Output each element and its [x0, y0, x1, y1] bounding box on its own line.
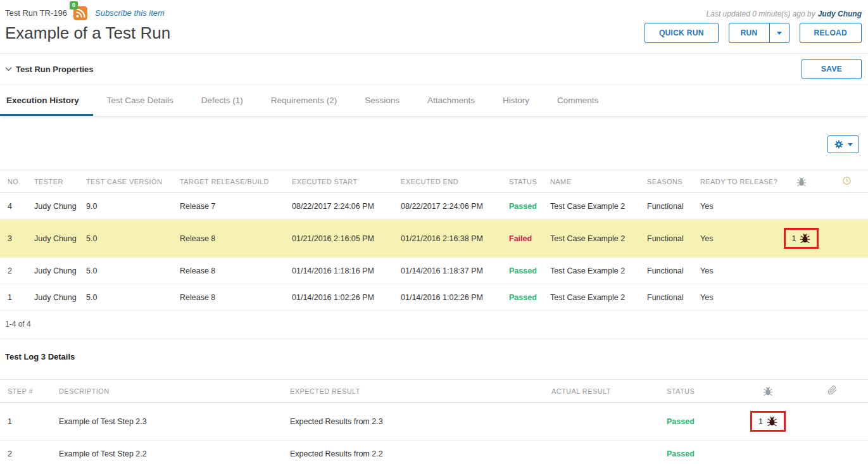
tab-test-case-details[interactable]: Test Case Details — [93, 85, 187, 116]
rss-feed-icon[interactable]: 0 — [73, 6, 87, 20]
col-ready-to-release[interactable]: READY TO RELEASE? — [695, 170, 777, 193]
cell-name: Test Case Example 2 — [545, 193, 642, 220]
bug-icon[interactable] — [800, 233, 810, 244]
feed-count-badge: 0 — [70, 1, 78, 9]
table-settings-button[interactable] — [827, 135, 859, 153]
cell-start: 01/14/2016 1:18:16 PM — [287, 258, 396, 284]
execution-row[interactable]: 4 Judy Chung 9.0 Release 7 08/22/2017 2:… — [0, 193, 868, 220]
col-executed-start[interactable]: EXECUTED START — [287, 170, 396, 193]
cell-elapsed — [825, 220, 868, 258]
cell-description: Example of Test Step 2.3 — [54, 403, 285, 441]
last-updated-prefix: Last updated 0 minute(s) ago by — [707, 9, 815, 18]
test-log-table: STEP # DESCRIPTION EXPECTED RESULT ACTUA… — [0, 379, 868, 464]
defect-highlight-annotation: 1 — [784, 228, 819, 249]
tab-comments[interactable]: Comments — [543, 85, 612, 116]
cell-ready: Yes — [695, 258, 777, 284]
page-title: Example of a Test Run — [5, 23, 170, 43]
cell-version: 5.0 — [81, 220, 175, 258]
test-log-title: Test Log 3 Details — [0, 339, 868, 379]
execution-row-selected[interactable]: 3 Judy Chung 5.0 Release 8 01/21/2016 2:… — [0, 220, 868, 258]
test-run-properties-bar: Test Run Properties SAVE — [0, 53, 868, 84]
cell-version: 5.0 — [81, 258, 175, 284]
cell-actual — [546, 441, 662, 464]
col-seasons[interactable]: SEASONS — [642, 170, 695, 193]
test-log-row[interactable]: 2 Example of Test Step 2.2 Expected Resu… — [0, 441, 868, 464]
defect-highlight-annotation: 1 — [750, 411, 786, 432]
quick-run-button[interactable]: QUICK RUN — [645, 23, 719, 43]
tab-defects[interactable]: Defects (1) — [187, 85, 257, 116]
tab-execution-history[interactable]: Execution History — [0, 85, 93, 116]
cell-description: Example of Test Step 2.2 — [54, 441, 285, 464]
properties-section-toggle[interactable]: Test Run Properties — [5, 65, 94, 74]
cell-defects — [739, 441, 796, 464]
status-badge: Passed — [667, 449, 695, 458]
save-button[interactable]: SAVE — [802, 59, 862, 79]
cell-version: 5.0 — [81, 284, 175, 311]
cell-ready: Yes — [695, 193, 777, 220]
col-no[interactable]: NO. — [0, 170, 29, 193]
col-defects[interactable] — [739, 380, 796, 403]
status-badge: Passed — [509, 202, 537, 211]
cell-release: Release 8 — [175, 220, 287, 258]
cell-expected: Expected Results from 2.3 — [285, 403, 546, 441]
cell-elapsed — [825, 284, 868, 311]
cell-start: 08/22/2017 2:24:06 PM — [287, 193, 396, 220]
col-elapsed-time[interactable] — [825, 170, 868, 193]
cell-start: 01/21/2016 2:16:05 PM — [287, 220, 396, 258]
defect-count-link[interactable]: 1 — [792, 234, 796, 243]
cell-version: 9.0 — [81, 193, 175, 220]
cell-defects: 1 — [777, 220, 825, 258]
execution-row[interactable]: 1 Judy Chung 5.0 Release 8 01/14/2016 1:… — [0, 284, 868, 311]
item-type-id: Test Run TR-196 — [5, 8, 67, 18]
col-target-release[interactable]: TARGET RELEASE/BUILD — [175, 170, 287, 193]
col-test-case-version[interactable]: TEST CASE VERSION — [81, 170, 175, 193]
cell-step: 1 — [0, 403, 54, 441]
run-button[interactable]: RUN — [729, 23, 770, 43]
cell-tester: Judy Chung — [29, 258, 81, 284]
bug-icon — [796, 177, 807, 187]
col-actual-result[interactable]: ACTUAL RESULT — [546, 380, 662, 403]
gear-icon — [834, 139, 844, 149]
caret-down-icon — [848, 143, 853, 146]
cell-no: 1 — [0, 284, 29, 311]
cell-defects: 1 — [739, 403, 796, 441]
bug-icon[interactable] — [767, 416, 777, 427]
user-link[interactable]: Judy Chung — [818, 9, 862, 18]
col-name[interactable]: NAME — [545, 170, 642, 193]
col-defects[interactable] — [777, 170, 825, 193]
cell-start: 01/14/2016 1:02:26 PM — [287, 284, 396, 311]
paperclip-icon — [827, 386, 837, 395]
col-expected-result[interactable]: EXPECTED RESULT — [285, 380, 546, 403]
execution-table-header-row: NO. TESTER TEST CASE VERSION TARGET RELE… — [0, 170, 868, 193]
col-status[interactable]: STATUS — [662, 380, 739, 403]
cell-seasons: Functional — [642, 220, 695, 258]
test-log-row[interactable]: 1 Example of Test Step 2.3 Expected Resu… — [0, 403, 868, 441]
tab-bar: Execution History Test Case Details Defe… — [0, 84, 868, 116]
col-executed-end[interactable]: EXECUTED END — [396, 170, 504, 193]
subscribe-link[interactable]: Subscribe this item — [95, 8, 165, 18]
run-dropdown-button[interactable] — [769, 23, 789, 43]
col-status[interactable]: STATUS — [504, 170, 545, 193]
cell-name: Test Case Example 2 — [545, 258, 642, 284]
col-step[interactable]: STEP # — [0, 380, 54, 403]
tab-history[interactable]: History — [489, 85, 543, 116]
title-row: Example of a Test Run QUICK RUN RUN RELO… — [0, 20, 868, 53]
col-description[interactable]: DESCRIPTION — [54, 380, 285, 403]
chevron-down-icon — [5, 66, 12, 72]
cell-tester: Judy Chung — [29, 193, 81, 220]
cell-seasons: Functional — [642, 258, 695, 284]
tab-attachments[interactable]: Attachments — [413, 85, 489, 116]
execution-row[interactable]: 2 Judy Chung 5.0 Release 8 01/14/2016 1:… — [0, 258, 868, 284]
status-badge: Passed — [509, 293, 537, 302]
tab-requirements[interactable]: Requirements (2) — [257, 85, 351, 116]
pagination-text: 1-4 of 4 — [0, 311, 868, 339]
cell-actual — [546, 403, 662, 441]
cell-no: 4 — [0, 193, 29, 220]
reload-button[interactable]: RELOAD — [800, 23, 862, 43]
cell-ready: Yes — [695, 284, 777, 311]
tab-sessions[interactable]: Sessions — [351, 85, 413, 116]
cell-release: Release 8 — [175, 284, 287, 311]
col-attachments[interactable] — [796, 380, 868, 403]
defect-count-link[interactable]: 1 — [758, 417, 763, 426]
col-tester[interactable]: TESTER — [29, 170, 81, 193]
